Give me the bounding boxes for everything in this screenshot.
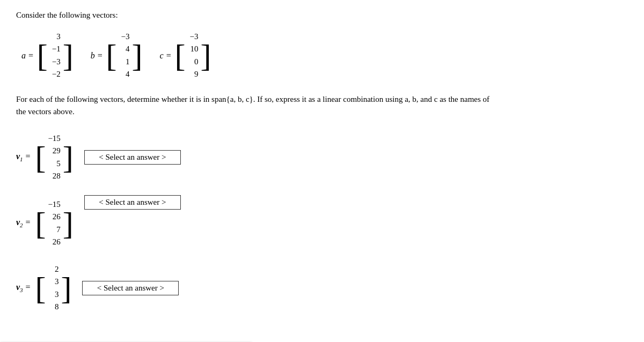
vector-c-val-2: 0 — [187, 56, 198, 68]
vector-a-expr: a = [ 3 −1 −3 −2 ] — [21, 28, 74, 83]
v1-select-button[interactable]: < Select an answer > — [84, 150, 181, 165]
bracket-right-b: ] — [132, 28, 143, 83]
vector-b-values: −3 4 1 4 — [117, 28, 132, 83]
description-text: For each of the following vectors, deter… — [16, 93, 499, 117]
bracket-left-v1: [ — [35, 130, 46, 184]
v3-val-3: 8 — [48, 301, 58, 313]
bracket-right: ] — [63, 28, 74, 83]
v1-label: v1 = — [16, 152, 31, 162]
vectors-row: a = [ 3 −1 −3 −2 ] b = [ −3 4 1 4 ] — [21, 28, 628, 83]
vector-c-val-3: 9 — [187, 68, 198, 80]
vector-a-val-1: −1 — [50, 43, 61, 55]
v1-val-1: 29 — [50, 145, 61, 157]
v2-select-button[interactable]: < Select an answer > — [84, 195, 181, 210]
v3-val-1: 3 — [48, 276, 58, 288]
bracket-left-v3: [ — [35, 261, 46, 315]
vector-b-label: b = — [91, 51, 103, 61]
v2-values: −15 26 7 26 — [46, 196, 62, 250]
vector-a-label: a = — [21, 51, 34, 61]
v3-val-2: 3 — [48, 288, 58, 301]
v1-val-3: 28 — [50, 170, 61, 182]
vector-c-expr: c = [ −3 10 0 9 ] — [160, 28, 211, 83]
bracket-left-v2: [ — [35, 196, 46, 250]
vector-a-val-0: 3 — [50, 31, 61, 43]
v3-values: 2 3 3 8 — [46, 261, 61, 315]
v1-val-2: 5 — [50, 158, 61, 170]
v2-label: v2 = — [16, 218, 31, 228]
vector-a-val-3: −2 — [50, 68, 61, 80]
bracket-right-v2: ] — [63, 196, 74, 250]
vector-b-expr: b = [ −3 4 1 4 ] — [91, 28, 143, 83]
vector-a-val-2: −3 — [50, 56, 61, 68]
v3-select-button[interactable]: < Select an answer > — [82, 281, 179, 295]
vector-a-bracket: [ 3 −1 −3 −2 ] — [37, 28, 74, 83]
problems-section: v1 = [ −15 29 5 28 ] < Select an answer … — [16, 130, 628, 315]
bracket-right-c: ] — [200, 28, 211, 83]
problem-v2-row: v2 = [ −15 26 7 26 ] < Select an answer … — [16, 195, 628, 250]
vector-c-bracket: [ −3 10 0 9 ] — [174, 28, 211, 83]
v2-val-0: −15 — [48, 198, 60, 211]
vector-b-val-0: −3 — [119, 31, 130, 43]
bracket-right-v3: ] — [61, 261, 71, 315]
v1-val-0: −15 — [48, 132, 60, 145]
intro-heading: Consider the following vectors: — [16, 11, 628, 20]
vector-c-val-0: −3 — [187, 31, 198, 43]
bracket-left-b: [ — [106, 28, 117, 83]
v1-bracket: [ −15 29 5 28 ] — [35, 130, 73, 184]
bracket-left: [ — [37, 28, 48, 83]
bracket-right-v1: ] — [63, 130, 74, 184]
v3-val-0: 2 — [48, 263, 58, 276]
v2-dropdown-container: < Select an answer > < Select an answer … — [84, 195, 181, 210]
v2-bracket: [ −15 26 7 26 ] — [35, 196, 73, 250]
v2-val-3: 26 — [50, 236, 61, 248]
vector-b-val-1: 4 — [119, 43, 130, 55]
vector-c-val-1: 10 — [187, 43, 198, 55]
v3-label: v3 = — [16, 282, 31, 293]
vector-b-bracket: [ −3 4 1 4 ] — [106, 28, 143, 83]
v1-values: −15 29 5 28 — [46, 130, 62, 184]
bracket-left-c: [ — [174, 28, 185, 83]
vector-c-values: −3 10 0 9 — [185, 28, 200, 83]
problem-v1-row: v1 = [ −15 29 5 28 ] < Select an answer … — [16, 130, 628, 184]
vector-a-values: 3 −1 −3 −2 — [48, 28, 63, 83]
vector-c-label: c = — [160, 51, 172, 61]
v2-val-1: 26 — [50, 211, 61, 223]
v3-bracket: [ 2 3 3 8 ] — [35, 261, 71, 315]
v2-val-2: 7 — [50, 224, 61, 236]
vector-b-val-3: 4 — [119, 68, 130, 80]
vector-b-val-2: 1 — [119, 56, 130, 68]
problem-v3-row: v3 = [ 2 3 3 8 ] < Select an answer > — [16, 261, 628, 315]
